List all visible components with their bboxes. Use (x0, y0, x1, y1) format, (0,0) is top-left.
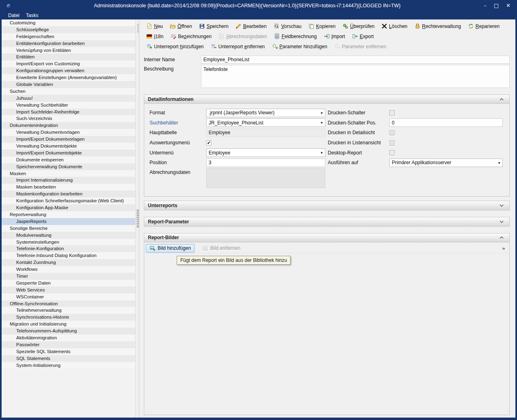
unterreport-hinzufuegen-button[interactable]: Unterreport hinzufügen (144, 42, 206, 51)
bearbeiten-button[interactable]: Bearbeiten (233, 22, 269, 30)
oeffnen-button[interactable]: Öffnen (167, 22, 194, 30)
report-parameter-panel-header[interactable]: Report-Parameter (144, 217, 509, 226)
sidebar-item[interactable]: Migration und Initialisierung (2, 321, 135, 328)
sidebar-item[interactable]: Globale Variablen (2, 81, 135, 88)
sidebar-item[interactable]: Feldeigenschaften (2, 33, 135, 40)
sidebar-item[interactable]: Masken bearbeiten (2, 184, 135, 191)
sidebar-item[interactable]: Verwaltung Dokumentvorlagen (2, 129, 135, 136)
sidebar-item[interactable]: Import/Export von Customizing (2, 60, 135, 67)
sidebar-item[interactable]: Verwaltung Dokumentobjekte (2, 143, 135, 150)
expand-down-icon[interactable] (498, 221, 506, 223)
sidebar-item[interactable]: WSContainer (2, 294, 135, 300)
minimize-button[interactable]: – (484, 3, 487, 8)
vorschau-button[interactable]: Vorschau (271, 22, 304, 30)
ausfuehren-auf-select[interactable]: Primärer Applikationsserver▾ (389, 159, 503, 167)
sidebar-item[interactable]: Konfiguration Schnellerfassungsmaske (We… (2, 197, 135, 204)
loeschen-button[interactable]: Löschen (379, 22, 410, 30)
sidebar-item[interactable]: Import Internationalisierung (2, 177, 135, 184)
menu-datei[interactable]: Datei (5, 12, 23, 19)
export-button[interactable]: Export (350, 32, 376, 41)
sidebar-item[interactable]: Such-Verzeichnis (2, 115, 135, 122)
menu-tasks[interactable]: Tasks (23, 12, 42, 19)
neu-button[interactable]: Neu (144, 22, 165, 30)
sidebar-item[interactable]: Juhuuu! (2, 95, 135, 102)
report-images-panel-header[interactable]: Report-Bilder (144, 234, 509, 242)
sidebar-item[interactable]: Import/Export Dokumentobjekte (2, 150, 135, 156)
drucken-schalter-pos-input[interactable] (389, 118, 503, 127)
sidebar-splitter[interactable] (135, 19, 139, 418)
sidebar-item[interactable]: System-Initialisierung (2, 362, 135, 369)
bezeichnungen-button[interactable]: Bezeichnungen (168, 32, 214, 41)
ueberpruefen-button[interactable]: Überprüfen (340, 22, 377, 30)
rechteverwaltung-button[interactable]: Rechteverwaltung (412, 22, 464, 30)
scrollbar-thumb[interactable] (137, 24, 139, 32)
sidebar-item[interactable]: Entitäten (2, 54, 135, 60)
sidebar-item[interactable]: Spezielle SQL Statements (2, 348, 135, 355)
sidebar-item[interactable]: SQL Statements (2, 355, 135, 362)
sidebar-item[interactable]: Speicherverwaltung Dokumente (2, 163, 135, 170)
maximize-button[interactable]: □ (494, 3, 499, 8)
collapse-up-icon[interactable] (498, 236, 506, 239)
sidebar-item[interactable]: Telefonie-Konfiguration (2, 245, 135, 252)
abrechnungsdaten-button[interactable]: Abrechnungsdaten (216, 32, 269, 41)
sidebar-item[interactable]: Dokumentenintegration (2, 122, 135, 129)
i18n-button[interactable]: I18n (144, 32, 166, 41)
sidebar-item[interactable]: Dokumente entsperren (2, 156, 135, 163)
sidebar-item[interactable]: Entitätenkonfiguration bearbeiten (2, 40, 135, 47)
sidebar-item[interactable]: Telefonnummern-Aufsplittung (2, 328, 135, 334)
sidebar-item[interactable]: Verknüpfung von Entitäten (2, 47, 135, 54)
sidebar-item[interactable]: Workflows (2, 266, 135, 273)
description-textarea[interactable]: Telefonliste (201, 65, 510, 88)
detail-panel-header[interactable]: Detailinformationen (144, 95, 509, 104)
sidebar-item[interactable]: Schlüsselpflege (2, 26, 135, 33)
toolbar-overflow-button[interactable]: » (500, 245, 508, 251)
drucken-schalter-checkbox[interactable] (389, 110, 395, 116)
sidebar-item[interactable]: Masken (2, 170, 135, 177)
sidebar-item[interactable]: Web Services (2, 287, 135, 294)
sidebar-item[interactable]: Teilnehmerverwaltung (2, 307, 135, 314)
unterreport-entfernen-button[interactable]: Unterreport entfernen (208, 42, 267, 51)
sidebar-item[interactable]: Gesperrte Daten (2, 280, 135, 287)
sidebar-item[interactable]: Sonstige Bereiche (2, 225, 135, 232)
desktop-report-checkbox[interactable] (389, 150, 395, 155)
auswertungsmenu-checkbox[interactable]: ✔ (206, 140, 212, 146)
reparieren-button[interactable]: Reparieren (466, 22, 502, 30)
bild-entfernen-button[interactable]: Bild entfernen (199, 244, 244, 253)
close-button[interactable]: ✕ (506, 3, 511, 8)
sidebar-item[interactable]: Timer (2, 273, 135, 280)
sidebar-item[interactable]: Suchen (2, 88, 135, 95)
sidebar-item[interactable]: Kontakt Zuordnung (2, 259, 135, 266)
sidebar-item[interactable]: Systemeinstellungen (2, 239, 135, 246)
parameter-hinzufuegen-button[interactable]: Parameter hinzufügen (269, 42, 330, 51)
sidebar-item[interactable]: Import/Export Dokumentvorlagen (2, 136, 135, 143)
format-select[interactable]: .jrprint (JasperReports Viewer)▾ (206, 109, 325, 117)
import-button[interactable]: Import (321, 32, 348, 41)
position-input[interactable] (206, 159, 325, 167)
sidebar-item[interactable]: Maskenkonfiguration bearbeiten (2, 191, 135, 197)
sidebar-item[interactable]: Modulverwaltung (2, 232, 135, 239)
speichern-button[interactable]: Speichern (197, 22, 231, 30)
collapse-up-icon[interactable] (498, 98, 506, 101)
suchbehaelter-select[interactable]: JR_Employee_PhoneList▾ (206, 118, 325, 127)
sidebar-item[interactable]: Reportverwaltung (2, 211, 135, 218)
field-label-link[interactable]: Suchbehälter (150, 120, 206, 126)
sidebar-item[interactable]: Offline-Synchronisation (2, 300, 135, 307)
sidebar-item[interactable]: Aktivitätenmigration (2, 334, 135, 341)
sidebar-item[interactable]: Verwaltung Suchbehälter (2, 102, 135, 109)
sidebar-item[interactable]: Konfiguration App-Maske (2, 204, 135, 211)
expand-down-icon[interactable] (498, 204, 506, 207)
sidebar-item[interactable]: Konfigurationsgruppen verwalten (2, 67, 135, 74)
sidebar-item[interactable]: Telefonie-Inbound Dialog Konfiguration (2, 252, 135, 259)
sidebar-item[interactable]: Import Suchfelder-Reihenfolge (2, 109, 135, 116)
sidebar-item[interactable]: Erweiterte Einstellungen (Anwendungsvari… (2, 74, 135, 81)
sidebar-item[interactable]: Passwörter (2, 341, 135, 348)
sidebar-item[interactable]: Synchronisations-Historie (2, 314, 135, 321)
parameter-entfernen-button[interactable]: Parameter entfernen (332, 42, 389, 51)
subreports-panel-header[interactable]: Unterreports (144, 201, 509, 210)
internal-name-input[interactable] (201, 56, 510, 64)
feldberechnung-button[interactable]: Feldberechnung (271, 32, 319, 41)
bild-hinzufuegen-button[interactable]: Bild hinzufügen (146, 244, 194, 253)
kopieren-button[interactable]: Kopieren (306, 22, 338, 30)
untermenu-select[interactable]: Employee▾ (206, 148, 325, 157)
sidebar-item[interactable]: Customizing (2, 19, 135, 26)
